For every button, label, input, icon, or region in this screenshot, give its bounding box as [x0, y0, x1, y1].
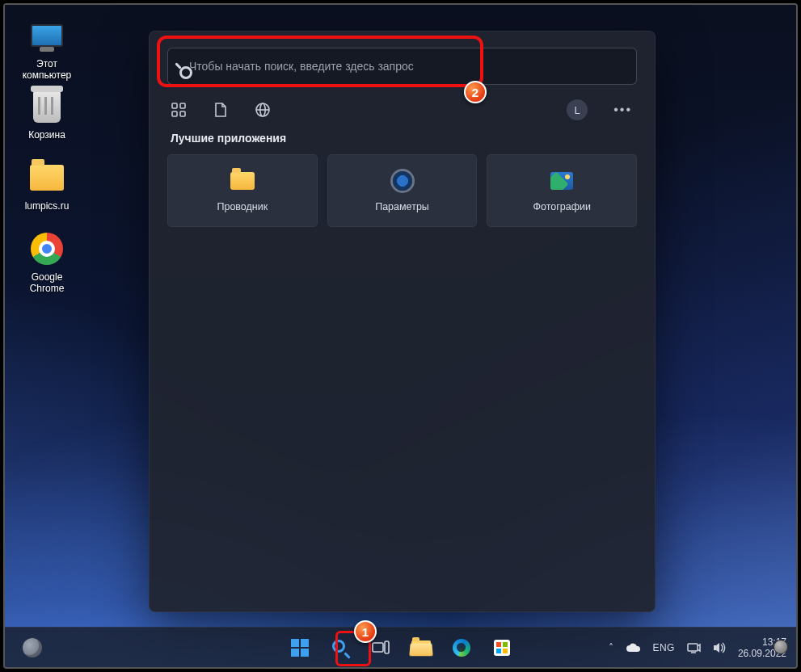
- search-icon: [332, 640, 348, 656]
- tile-label: Проводник: [217, 201, 268, 212]
- taskbar-start[interactable]: [284, 632, 316, 664]
- tab-apps[interactable]: [169, 100, 188, 120]
- tab-documents[interactable]: [211, 100, 230, 120]
- tray-overflow[interactable]: ˄: [609, 642, 613, 653]
- taskbar: ˄ ENG 13:17 26.09.2022: [5, 627, 796, 667]
- search-box[interactable]: [167, 48, 637, 85]
- annotation-badge-2: 2: [464, 81, 487, 103]
- tab-web[interactable]: [253, 100, 272, 120]
- search-input[interactable]: [189, 60, 625, 73]
- folder-icon: [27, 158, 66, 197]
- volume-icon: [712, 641, 727, 654]
- svg-rect-2: [172, 111, 177, 116]
- desktop-icon-label: Корзина: [16, 129, 78, 141]
- desktop-icon-label: Google Chrome: [16, 271, 78, 294]
- tile-photos[interactable]: Фотографии: [487, 154, 637, 227]
- svg-rect-1: [180, 103, 185, 108]
- tray-network[interactable]: [686, 641, 701, 654]
- user-avatar[interactable]: L: [567, 99, 588, 120]
- more-button[interactable]: •••: [610, 103, 635, 117]
- annotation-corner-dot: [774, 640, 788, 654]
- tray-language[interactable]: ENG: [652, 642, 675, 653]
- svg-rect-0: [172, 103, 177, 108]
- desktop-icon-label: lumpics.ru: [16, 200, 78, 212]
- tray-onedrive[interactable]: [625, 642, 641, 653]
- explorer-icon: [411, 640, 431, 655]
- taskbar-store[interactable]: [486, 632, 518, 664]
- taskbar-explorer[interactable]: [405, 632, 437, 664]
- taskbar-search[interactable]: [324, 632, 356, 664]
- network-icon: [686, 641, 701, 654]
- chevron-up-icon: ˄: [609, 642, 613, 653]
- cloud-icon: [625, 642, 641, 653]
- svg-rect-6: [373, 643, 383, 652]
- desktop-icon-folder-lumpics[interactable]: lumpics.ru: [16, 158, 78, 212]
- desktop-icon-recycle-bin[interactable]: Корзина: [16, 87, 78, 141]
- monitor-icon: [27, 16, 66, 55]
- search-flyout: L ••• Лучшие приложения Проводник Параме…: [149, 31, 656, 612]
- annotation-badge-1: 1: [354, 620, 377, 643]
- tile-label: Фотографии: [533, 201, 590, 212]
- section-title-best-apps: Лучшие приложения: [171, 132, 634, 145]
- settings-icon: [390, 169, 415, 193]
- explorer-icon: [230, 169, 255, 193]
- tile-settings[interactable]: Параметры: [327, 154, 478, 227]
- task-view-icon: [372, 640, 390, 655]
- apps-grid-icon: [171, 102, 187, 118]
- photos-icon: [550, 169, 574, 193]
- recycle-bin-icon: [27, 87, 66, 126]
- tile-explorer[interactable]: Проводник: [167, 154, 318, 227]
- taskbar-edge[interactable]: [445, 632, 478, 664]
- svg-rect-7: [385, 641, 389, 653]
- taskbar-widgets[interactable]: [16, 632, 48, 664]
- document-icon: [213, 102, 228, 118]
- desktop-icon-chrome[interactable]: Google Chrome: [16, 229, 78, 294]
- user-initial: L: [575, 104, 580, 116]
- chrome-icon: [27, 229, 66, 268]
- edge-icon: [453, 639, 470, 657]
- svg-rect-3: [180, 111, 185, 116]
- svg-rect-8: [688, 644, 698, 651]
- desktop-icon-this-pc[interactable]: Этот компьютер: [16, 16, 78, 81]
- tray-volume[interactable]: [712, 641, 727, 654]
- globe-icon: [255, 102, 271, 118]
- windows-logo-icon: [291, 639, 309, 657]
- tile-label: Параметры: [375, 201, 429, 212]
- weather-icon: [23, 638, 42, 657]
- microsoft-store-icon: [494, 640, 510, 656]
- desktop-icon-label: Этот компьютер: [16, 58, 78, 81]
